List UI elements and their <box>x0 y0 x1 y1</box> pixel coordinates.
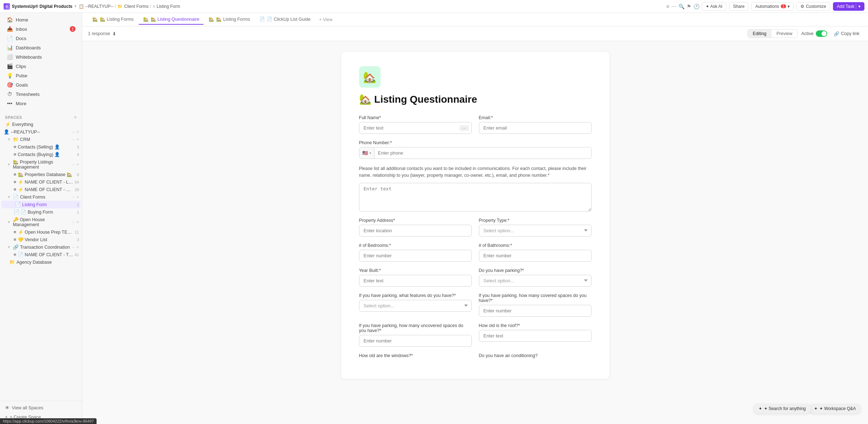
covered-spaces-label: If you have parking, how many covered sp… <box>479 293 592 303</box>
spaces-section-actions: + <box>74 114 77 120</box>
list-view-icon[interactable]: ≡ <box>666 4 669 9</box>
sidebar-item-listing-mgmt[interactable]: ≡ ⚡ NAME OF CLIENT - Listing Manag... 54 <box>0 178 82 186</box>
tab-listing-questionnaire[interactable]: 🏡 🏡 Listing Questionnaire <box>139 14 204 25</box>
email-input[interactable] <box>479 122 592 134</box>
sidebar-item-dashboards[interactable]: 📊 Dashboards <box>1 43 80 52</box>
realtyup-group-actions: ··· + <box>72 130 79 135</box>
workspace-qa-button[interactable]: ✦ ✦ Workspace Q&A <box>809 404 861 413</box>
search-icon[interactable]: 🔍 <box>678 4 685 9</box>
crm-icon: 📁 <box>13 137 19 142</box>
customize-button[interactable]: ⚙ Customize <box>796 2 830 11</box>
parking-features-select[interactable]: Select option... <box>359 300 472 312</box>
phone-flag[interactable]: 🇺🇸 ▾ <box>359 147 374 159</box>
editing-button[interactable]: Editing <box>748 30 771 38</box>
sidebar-item-everything[interactable]: ⚡ Everything <box>0 121 82 128</box>
sidebar-group-client-forms[interactable]: ▼ 📄 Client Forms ··· + <box>0 193 82 201</box>
edit-preview-toggle: Editing Preview <box>747 29 798 38</box>
prop-listings-add[interactable]: + <box>77 162 79 167</box>
contacts-description: Please list all additional contacts you … <box>359 165 592 179</box>
roof-age-input[interactable] <box>479 330 592 342</box>
open-house-add[interactable]: + <box>77 220 79 225</box>
full-name-input[interactable] <box>359 122 472 134</box>
breadcrumb-link-2[interactable]: Client Forms <box>124 4 148 9</box>
bedrooms-input[interactable] <box>359 250 472 262</box>
year-built-input[interactable] <box>359 275 472 287</box>
uncovered-spaces-input[interactable] <box>359 335 472 347</box>
app-logo[interactable]: S SystemsUp® Digital Products ▾ <box>4 3 77 10</box>
sidebar-group-open-house[interactable]: ▼ 🔑 Open House Management ··· + <box>0 216 82 228</box>
parking-select[interactable]: Select option... <box>479 275 592 287</box>
clock-icon[interactable]: 🕐 <box>693 4 700 9</box>
crm-group-actions: ··· + <box>72 137 79 142</box>
flag-icon[interactable]: ⚑ <box>687 4 691 9</box>
tab-listing-forms-1[interactable]: 🏡 🏡 Listing Forms <box>88 14 138 25</box>
copy-link-label: Copy link <box>841 31 859 36</box>
ac-label: Do you have air conditioning? <box>479 353 592 358</box>
sidebar-item-timesheets[interactable]: ⏱ Timesheets <box>1 89 80 99</box>
breadcrumb-link-3[interactable]: Listing Form <box>157 4 180 9</box>
prop-listings-more[interactable]: ··· <box>72 162 75 167</box>
sidebar-item-properties-db[interactable]: ≡ 🏡 Properties Database 🏡 6 <box>0 171 82 178</box>
windows-label: How old are the windows?* <box>359 353 472 358</box>
sidebar-group-crm[interactable]: ▼ 📁 CRM ··· + <box>0 136 82 143</box>
sidebar-label-pulse: Pulse <box>16 73 28 78</box>
preview-button[interactable]: Preview <box>771 30 797 38</box>
phone-input[interactable] <box>374 147 591 159</box>
ask-ai-button[interactable]: ✦ Ask AI <box>702 2 726 11</box>
realtyup-add-icon[interactable]: + <box>77 130 79 135</box>
sidebar-item-docs[interactable]: 📄 Docs <box>1 34 80 43</box>
sidebar-group-realtyup[interactable]: 👤 --REALTYUP-- ··· + <box>0 128 82 136</box>
copy-link-button[interactable]: 🔗 Copy link <box>831 30 862 38</box>
sidebar-item-agency-db[interactable]: 📁 Agency Database <box>0 258 82 266</box>
sidebar-item-more[interactable]: ••• More <box>1 99 80 108</box>
sidebar-item-pulse[interactable]: 💡 Pulse <box>1 71 80 80</box>
sidebar-item-contacts-selling[interactable]: ≡ Contacts (Selling) 👤 3 <box>0 143 82 151</box>
sidebar-item-vendor-list[interactable]: ≡ 💛 Vendor List 3 <box>0 236 82 243</box>
property-address-input[interactable] <box>359 225 472 237</box>
open-house-more[interactable]: ··· <box>72 220 75 225</box>
sidebar-item-goals[interactable]: 🎯 Goals <box>1 80 80 89</box>
options-icon[interactable]: ⋯ <box>671 4 676 9</box>
download-icon[interactable]: ⬇ <box>112 31 116 36</box>
sidebar-item-transaction-client[interactable]: ≡ 📄 NAME OF CLIENT - Transaction C... 41 <box>0 251 82 258</box>
sidebar-item-contacts-buying[interactable]: ≡ Contacts (Buying) 👤 4 <box>0 151 82 158</box>
sidebar-item-home[interactable]: 🏠 Home <box>1 15 80 24</box>
sidebar-item-listing-form[interactable]: 📄 Listing Form 1 <box>1 201 80 208</box>
properties-db-icon: ≡ <box>14 172 16 177</box>
sidebar-item-inbox[interactable]: 📥 Inbox 1 <box>1 24 80 34</box>
transaction-more[interactable]: ··· <box>72 245 75 250</box>
breadcrumb-link-1[interactable]: --REALTYUP-- <box>85 4 113 9</box>
docs-icon: 📄 <box>6 35 13 41</box>
contacts-buying-icon: ≡ <box>14 152 16 157</box>
sidebar-item-clips[interactable]: 🎬 Clips <box>1 62 80 71</box>
sidebar-item-buying-mgmt[interactable]: ≡ ⚡ NAME OF CLIENT - Buying Manag... 29 <box>0 186 82 193</box>
bathrooms-input[interactable] <box>479 250 592 262</box>
sidebar-item-buying-form[interactable]: 📄 📄 Buying Form 1 <box>0 208 82 216</box>
spaces-add-icon[interactable]: + <box>74 114 77 120</box>
share-button[interactable]: Share <box>729 2 749 11</box>
realtyup-more-icon[interactable]: ··· <box>72 130 75 135</box>
vendor-list-count: 3 <box>77 238 79 242</box>
add-task-button[interactable]: Add Task ▾ <box>833 2 864 11</box>
sidebar-item-open-house-prep[interactable]: ≡ ⚡ Open House Prep TEMPLATE 11 <box>0 228 82 236</box>
covered-spaces-input[interactable] <box>479 305 592 317</box>
tab-listing-forms-2[interactable]: 🏡 🏡 Listing Forms <box>204 14 254 25</box>
property-type-select[interactable]: Select option... <box>479 225 592 237</box>
sidebar-nav: 🏠 Home 📥 Inbox 1 📄 Docs 📊 Dashboards ⬜ W… <box>0 13 82 110</box>
crm-more-icon[interactable]: ··· <box>72 137 75 142</box>
client-forms-more[interactable]: ··· <box>72 195 75 200</box>
search-anything-button[interactable]: ✦ ✦ Search for anything <box>754 404 811 413</box>
crm-add-icon[interactable]: + <box>77 137 79 142</box>
client-forms-add[interactable]: + <box>77 195 79 200</box>
active-toggle-switch[interactable] <box>816 30 827 37</box>
contacts-textarea[interactable] <box>359 183 592 211</box>
transaction-add[interactable]: + <box>77 245 79 250</box>
tab-add-view[interactable]: + View <box>315 15 336 24</box>
full-name-action-btn[interactable]: ··· <box>460 125 469 131</box>
view-all-spaces-button[interactable]: 👁 View all Spaces <box>5 404 77 412</box>
automations-button[interactable]: Automations 1 ▾ <box>751 2 794 11</box>
sidebar-group-property-listings[interactable]: ▼ 🏡 Property Listings Management ··· + <box>0 158 82 171</box>
sidebar-group-transaction[interactable]: ▼ 🔗 Transaction Coordination ··· + <box>0 243 82 251</box>
tab-clickup-guide[interactable]: 📄 📄 ClickUp List Guide <box>255 14 315 25</box>
sidebar-item-whiteboards[interactable]: ⬜ Whiteboards <box>1 52 80 62</box>
